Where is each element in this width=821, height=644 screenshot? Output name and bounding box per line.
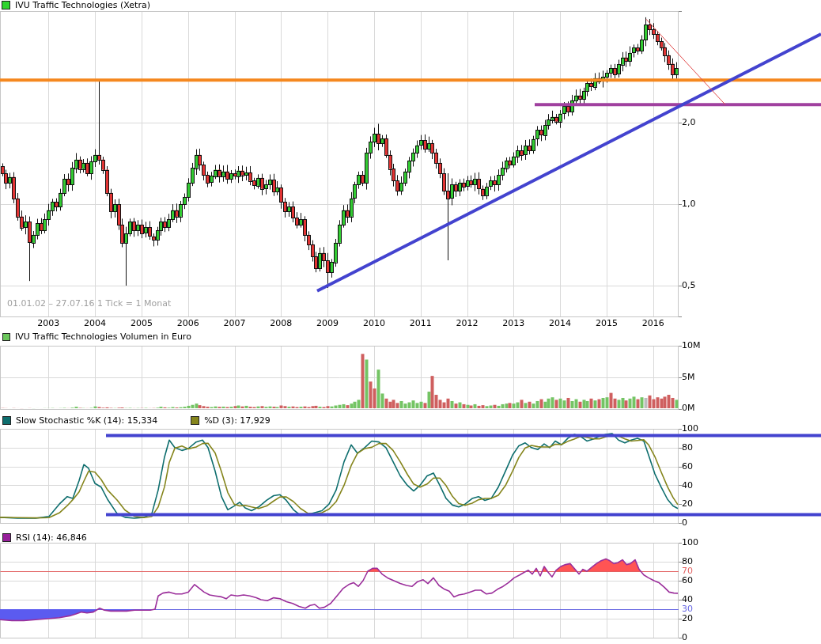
stochastic-legend: Slow Stochastic %K (14): 15,334 %D (3): … xyxy=(2,415,271,426)
rsi-tick-label: 100 xyxy=(682,537,698,547)
price-tick-label: 2,0 xyxy=(682,117,696,127)
volume-tick-label: 5M xyxy=(682,372,695,382)
chart-page: IVU Traffic Technologies (Xetra) 01.01.0… xyxy=(0,0,821,644)
volume-legend: IVU Traffic Technologies Volumen in Euro xyxy=(2,331,191,342)
x-axis-year-label: 2003 xyxy=(37,318,59,328)
main-series-swatch xyxy=(2,1,10,9)
rsi-tick-label: 20 xyxy=(682,613,693,623)
x-axis-year-label: 2008 xyxy=(270,318,292,328)
page-title: IVU Traffic Technologies (Xetra) xyxy=(15,0,150,10)
x-axis-year-label: 2010 xyxy=(363,318,385,328)
rsi-legend: RSI (14): 46,846 xyxy=(2,532,87,543)
volume-title: IVU Traffic Technologies Volumen in Euro xyxy=(15,331,191,342)
volume-series-swatch xyxy=(2,333,10,341)
main-legend: IVU Traffic Technologies (Xetra) xyxy=(2,0,150,10)
stochastic-tick-label: 60 xyxy=(682,461,693,472)
date-range-note: 01.01.02 – 27.07.16 1 Tick = 1 Monat xyxy=(7,298,171,309)
x-axis-year-label: 2015 xyxy=(596,318,618,328)
x-axis-year-label: 2011 xyxy=(410,318,432,328)
volume-tick-label: 10M xyxy=(682,340,701,350)
stochastic-k-label: Slow Stochastic %K (14): 15,334 xyxy=(16,415,157,426)
stochastic-tick-label: 40 xyxy=(682,480,693,491)
rsi-label: RSI (14): 46,846 xyxy=(16,532,87,543)
x-axis-year-label: 2012 xyxy=(456,318,479,328)
price-tick-label: 0,5 xyxy=(682,280,696,290)
x-axis-year-label: 2004 xyxy=(84,318,106,328)
stochastic-tick-label: 100 xyxy=(682,423,698,434)
stochastic-tick-label: 80 xyxy=(682,442,693,453)
stochastic-k-swatch xyxy=(2,416,11,425)
x-axis-year-label: 2007 xyxy=(224,318,246,328)
rsi-tick-label: 0 xyxy=(682,632,687,642)
price-tick-label: 1,0 xyxy=(682,199,696,209)
rsi-tick-label: 60 xyxy=(682,575,693,585)
x-axis-year-label: 2009 xyxy=(316,318,339,328)
x-axis-year-label: 2014 xyxy=(549,318,571,328)
x-axis-year-label: 2005 xyxy=(131,318,153,328)
stochastic-d-label: %D (3): 17,929 xyxy=(204,415,271,426)
x-axis-year-label: 2006 xyxy=(177,318,199,328)
rsi-series-swatch xyxy=(2,533,11,542)
stochastic-tick-label: 20 xyxy=(682,498,693,509)
stochastic-d-swatch xyxy=(191,416,199,425)
stochastic-tick-label: 0 xyxy=(682,517,687,528)
x-axis-year-label: 2013 xyxy=(502,318,524,328)
volume-tick-label: 0M xyxy=(682,403,695,413)
x-axis-year-label: 2016 xyxy=(642,318,664,328)
